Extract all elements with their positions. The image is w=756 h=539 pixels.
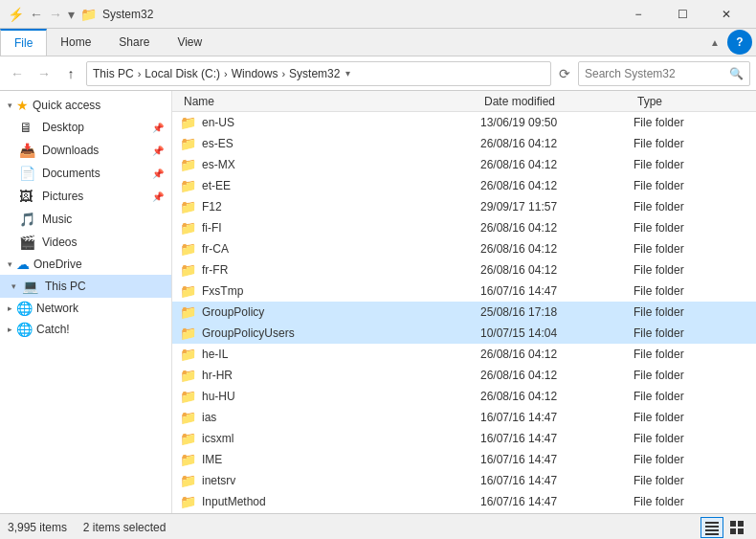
file-name-text: es-ES	[202, 137, 233, 150]
back-button[interactable]: ←	[6, 62, 29, 85]
path-system32[interactable]: System32	[289, 67, 340, 80]
address-path[interactable]: This PC › Local Disk (C:) › Windows › Sy…	[86, 61, 551, 86]
pin-icon: 📌	[152, 191, 164, 202]
table-row[interactable]: 📁 fr-CA 26/08/16 04:12 File folder	[172, 238, 756, 259]
folder-icon: 📁	[180, 347, 196, 362]
table-row[interactable]: 📁 et-EE 26/08/16 04:12 File folder	[172, 175, 756, 196]
search-input[interactable]	[585, 67, 729, 80]
forward-button[interactable]: →	[33, 62, 56, 85]
folder-icon: 📁	[180, 494, 196, 509]
sidebar-item-music[interactable]: 🎵 Music	[0, 208, 171, 231]
col-name[interactable]: Name	[180, 91, 480, 111]
table-row[interactable]: 📁 es-MX 26/08/16 04:12 File folder	[172, 154, 756, 175]
close-button[interactable]: ✕	[704, 0, 748, 29]
path-thispc[interactable]: This PC	[93, 67, 134, 80]
tab-home[interactable]: Home	[47, 29, 105, 56]
table-row[interactable]: 📁 hr-HR 26/08/16 04:12 File folder	[172, 365, 756, 386]
file-name-cell: 📁 ias	[180, 410, 480, 425]
quickaccess-label: Quick access	[33, 99, 100, 112]
table-row[interactable]: 📁 FxsTmp 16/07/16 14:47 File folder	[172, 281, 756, 302]
back-title-icon[interactable]: ←	[30, 7, 43, 22]
path-windows[interactable]: Windows	[232, 67, 278, 80]
tab-file[interactable]: File	[0, 29, 47, 56]
file-name-cell: 📁 GroupPolicy	[180, 304, 480, 320]
table-row[interactable]: 📁 fr-FR 26/08/16 04:12 File folder	[172, 259, 756, 281]
file-name-text: FxsTmp	[202, 284, 243, 298]
file-list[interactable]: 📁 en-US 13/06/19 09:50 File folder 📁 es-…	[172, 112, 756, 513]
file-name-cell: 📁 FxsTmp	[180, 283, 480, 299]
file-type-cell: File folder	[634, 179, 748, 192]
address-dropdown-icon[interactable]: ▾	[345, 68, 350, 79]
sidebar-item-thispc[interactable]: ▾ 💻 This PC	[0, 275, 171, 298]
file-name-text: inetsrv	[202, 474, 235, 487]
sidebar-downloads-label: Downloads	[42, 144, 146, 157]
table-row[interactable]: 📁 inetsrv 16/07/16 14:47 File folder	[172, 470, 756, 491]
col-type[interactable]: Type	[634, 91, 748, 111]
help-button[interactable]: ?	[727, 30, 752, 55]
tab-view[interactable]: View	[164, 29, 216, 56]
file-type-cell: File folder	[634, 348, 748, 361]
path-localdisk[interactable]: Local Disk (C:)	[145, 67, 220, 80]
selected-count: 2 items selected	[83, 521, 167, 534]
sidebar-thispc-label: This PC	[45, 280, 164, 293]
file-date-cell: 26/08/16 04:12	[480, 158, 634, 171]
table-row[interactable]: 📁 hu-HU 26/08/16 04:12 File folder	[172, 386, 756, 407]
table-row[interactable]: 📁 he-IL 26/08/16 04:12 File folder	[172, 344, 756, 365]
table-row[interactable]: 📁 IME 16/07/16 14:47 File folder	[172, 449, 756, 470]
maximize-button[interactable]: ☐	[660, 0, 704, 29]
refresh-button[interactable]: ⟳	[555, 66, 574, 81]
forward-title-icon[interactable]: →	[49, 7, 62, 22]
network-label: Network	[36, 302, 78, 315]
file-name-cell: 📁 es-ES	[180, 136, 480, 151]
sidebar-item-documents[interactable]: 📄 Documents 📌	[0, 162, 171, 185]
sidebar-catch-header[interactable]: ▸ 🌐 Catch!	[0, 319, 171, 340]
tab-share[interactable]: Share	[105, 29, 164, 56]
table-row[interactable]: 📁 fi-FI 26/08/16 04:12 File folder	[172, 217, 756, 238]
sidebar-quickaccess-header[interactable]: ▾ ★ Quick access	[0, 95, 171, 116]
sidebar-item-downloads[interactable]: 📥 Downloads 📌	[0, 139, 171, 162]
file-name-cell: 📁 en-US	[180, 115, 480, 130]
minimize-button[interactable]: −	[616, 0, 660, 29]
file-type-cell: File folder	[634, 495, 748, 508]
sidebar-videos-label: Videos	[42, 236, 164, 249]
table-row[interactable]: 📁 es-ES 26/08/16 04:12 File folder	[172, 133, 756, 154]
file-date-cell: 16/07/16 14:47	[480, 411, 634, 424]
star-icon: ★	[16, 98, 29, 113]
large-icons-view-button[interactable]	[725, 517, 748, 538]
folder-icon: 📁	[180, 262, 196, 278]
table-row[interactable]: 📁 F12 29/09/17 11:57 File folder	[172, 196, 756, 217]
sidebar-item-desktop[interactable]: 🖥 Desktop 📌	[0, 116, 171, 139]
table-row[interactable]: 📁 GroupPolicyUsers 10/07/15 14:04 File f…	[172, 323, 756, 344]
expand-onedrive-icon: ▾	[8, 259, 12, 269]
recent-icon[interactable]: ▾	[68, 7, 75, 22]
folder-icon: 📁	[180, 389, 196, 404]
table-row[interactable]: 📁 en-US 13/06/19 09:50 File folder	[172, 112, 756, 133]
col-date[interactable]: Date modified	[480, 91, 634, 111]
sidebar-onedrive-header[interactable]: ▾ ☁ OneDrive	[0, 254, 171, 275]
sidebar: ▾ ★ Quick access 🖥 Desktop 📌 📥 Downloads…	[0, 91, 172, 513]
folder-icon: 📁	[180, 326, 196, 341]
ribbon-expand-icon[interactable]: ▲	[702, 37, 727, 48]
file-name-text: fi-FI	[202, 221, 222, 235]
catch-label: Catch!	[36, 323, 70, 336]
sidebar-item-videos[interactable]: 🎬 Videos	[0, 231, 171, 254]
up-button[interactable]: ↑	[59, 62, 82, 85]
details-view-button[interactable]	[700, 517, 723, 538]
table-row[interactable]: 📁 ias 16/07/16 14:47 File folder	[172, 407, 756, 428]
expand-thispc-icon: ▾	[11, 281, 16, 291]
table-row[interactable]: 📁 InputMethod 16/07/16 14:47 File folder	[172, 491, 756, 512]
table-row[interactable]: 📁 GroupPolicy 25/08/16 17:18 File folder	[172, 302, 756, 323]
file-date-cell: 13/06/19 09:50	[480, 116, 634, 129]
search-icon[interactable]: 🔍	[729, 67, 744, 80]
search-box[interactable]: 🔍	[578, 61, 750, 86]
folder-icon: 📁	[180, 410, 196, 425]
file-name-cell: 📁 IME	[180, 452, 480, 467]
table-row[interactable]: 📁 lpmi 16/07/16 14:47 File folder	[172, 512, 756, 513]
table-row[interactable]: 📁 icsxml 16/07/16 14:47 File folder	[172, 428, 756, 449]
expand-network-icon: ▸	[8, 303, 12, 313]
file-name-cell: 📁 fr-CA	[180, 241, 480, 257]
svg-rect-7	[738, 528, 744, 534]
sidebar-item-pictures[interactable]: 🖼 Pictures 📌	[0, 185, 171, 208]
file-date-cell: 26/08/16 04:12	[480, 137, 634, 150]
sidebar-network-header[interactable]: ▸ 🌐 Network	[0, 298, 171, 319]
